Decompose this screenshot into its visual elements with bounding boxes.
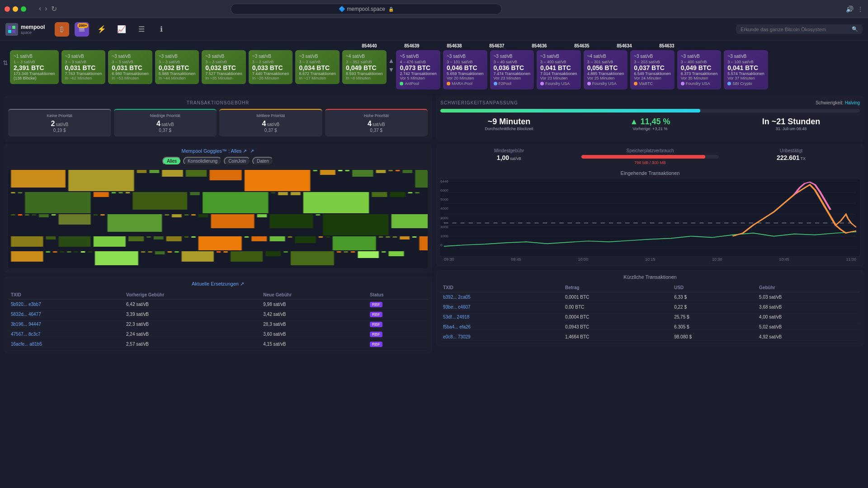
refresh-btn[interactable]: ↻: [51, 5, 57, 13]
future-block-4[interactable]: ~3 sat/vB 3 – 3 sat/vB 0,032 BTC 7.527 T…: [202, 50, 246, 84]
txid-cell[interactable]: 16acfe... a81b5: [8, 339, 123, 349]
mined-block-854636[interactable]: ~4 sat/vB 3 – 301 sat/vB 0,056 BTC 4.885…: [584, 50, 628, 89]
next-block-icon[interactable]: ▼: [388, 66, 395, 73]
halving-label: Halving: [845, 100, 860, 105]
svg-rect-2: [8, 30, 11, 33]
nav-lightning-icon[interactable]: ⚡: [94, 22, 109, 37]
future-block-5[interactable]: ~3 sat/vB 3 – 3 sat/vB 0,033 BTC 7.440 T…: [249, 50, 293, 84]
status-cell: RBF: [367, 310, 428, 319]
future-block-1[interactable]: ~3 sat/vB 3 – 3 sat/vB 0,031 BTC 7.763 T…: [61, 50, 106, 84]
mined-block-854633[interactable]: ~3 sat/vB 3 – 100 sat/vB 0,041 BTC 5.574…: [724, 50, 768, 89]
mined-block-854635[interactable]: ~3 sat/vB 3 – 203 sat/vB 0,037 BTC 6.549…: [630, 50, 675, 89]
lock-icon: 🔒: [388, 7, 394, 12]
block-num-854640[interactable]: 854640: [349, 43, 389, 48]
nav-list-icon[interactable]: ☰: [134, 22, 149, 37]
txid-cell[interactable]: 5832d... 46477: [8, 310, 123, 319]
table-row: 3b196... 94447 22,3 sat/vB 28,3 sat/vB R…: [8, 319, 428, 329]
block-num-854637[interactable]: 854637: [477, 43, 517, 48]
miner-dot: [447, 82, 450, 85]
block-num-854639[interactable]: 854639: [392, 43, 432, 48]
block-fee-range: 1 – 3 sat/vB: [14, 60, 55, 64]
back-btn[interactable]: ‹: [39, 5, 41, 13]
minimize-btn[interactable]: [13, 6, 18, 12]
block-num-854635[interactable]: 854635: [562, 43, 602, 48]
mined-block-854634[interactable]: ~3 sat/vB 3 – 400 sat/vB 0,049 BTC 6.373…: [677, 50, 722, 89]
amount-cell: 0,0943 BTC: [562, 322, 671, 332]
block-num-854636[interactable]: 854636: [519, 43, 559, 48]
diff-stats: ~9 Minuten Durchschnittliche Blockzeit ▲…: [440, 117, 860, 131]
table-row: e0c8... 73029 1,4664 BTC 98.080 $ 4,92 s…: [440, 332, 860, 342]
recent-panel: Kürzliche Transaktionen TXID Betrag USD …: [436, 270, 864, 347]
mined-block-854640[interactable]: ~5 sat/vB 4 – 476 sat/vB 0,073 BTC 2.742…: [396, 50, 440, 89]
nav-info-icon[interactable]: ℹ: [154, 22, 169, 37]
forward-btn[interactable]: ›: [45, 5, 47, 13]
block-num-854638[interactable]: 854638: [434, 43, 474, 48]
fee-low-priority[interactable]: Niedrige Priorität 4 sat/vB 0,37 $: [114, 109, 217, 136]
future-block-6[interactable]: ~3 sat/vB 3 – 3 sat/vB 0,034 BTC 8.672 T…: [295, 50, 340, 84]
audio-icon: 🔊: [846, 5, 854, 13]
sort-icon[interactable]: ⇅: [3, 59, 8, 66]
txid-cell[interactable]: 53df... 24918: [440, 312, 562, 322]
search-input[interactable]: [741, 27, 849, 32]
txid-cell[interactable]: 5b920... e3bb7: [8, 300, 123, 310]
txid-cell[interactable]: b392... 2ca05: [440, 292, 562, 302]
search-icon[interactable]: 🔍: [852, 26, 858, 32]
tab-data[interactable]: Daten: [252, 157, 274, 165]
mem-usage-stat: Speicherplatzverbrauch 796 MB / 300 MB: [581, 148, 719, 165]
url-bar[interactable]: 🔷 mempool.space 🔒: [231, 4, 502, 14]
fee-cell: 5,03 sat/vB: [756, 292, 860, 302]
col-amount: Betrag: [562, 283, 671, 292]
col-status: Status: [367, 291, 428, 300]
future-block-7[interactable]: ~4 sat/vB 3 – 352 sat/vB 0,049 BTC 8.593…: [342, 50, 387, 84]
mined-block-854637[interactable]: ~3 sat/vB 3 – 400 sat/vB 0,041 BTC 7.014…: [537, 50, 581, 89]
miner-dot: [681, 82, 684, 85]
block-num-854634[interactable]: 854634: [604, 43, 644, 48]
diff-bar-fill: [440, 109, 700, 113]
new-fee-cell: 28,3 sat/vB: [260, 319, 367, 329]
mined-block-854638[interactable]: ~3 sat/vB 3 – 40 sat/vB 0,036 BTC 7.474 …: [490, 50, 534, 89]
txid-cell[interactable]: 93be... c4607: [440, 302, 562, 312]
future-block-0[interactable]: ~1 sat/vB 1 – 3 sat/vB 2,391 BTC 173.348…: [10, 50, 59, 84]
miner-name: Foundry USA: [545, 81, 570, 86]
fee-med-priority[interactable]: Mittlere Priorität 4 sat/vB 0,37 $: [219, 109, 322, 136]
txid-cell[interactable]: f5ba4... efa26: [440, 322, 562, 332]
menu-dots[interactable]: ⋮: [857, 5, 863, 13]
goggles-panel: Mempool Goggles™ : Alles ↗ ↗ Alles Konso…: [4, 144, 432, 273]
tab-all[interactable]: Alles: [162, 157, 181, 165]
chart-title: Eingehende Transaktionen: [440, 170, 860, 176]
nav-badge: 200+: [77, 23, 88, 28]
rbf-badge: RBF: [370, 322, 382, 327]
fee-high-priority[interactable]: Hohe Priorität 4 sat/vB 0,37 $: [325, 109, 428, 136]
tab-coinjoin[interactable]: CoinJoin: [224, 157, 250, 165]
future-block-2[interactable]: ~3 sat/vB 3 – 3 sat/vB 0,031 BTC 6.980 T…: [108, 50, 152, 84]
stats-row: Mindestgebühr 1,00 sat/vB Speicherplatzv…: [440, 148, 860, 165]
fee-no-priority[interactable]: Keine Priorität 2 sat/vB 0,19 $: [8, 109, 111, 136]
future-block-3[interactable]: ~3 sat/vB 3 – 3 sat/vB 0,032 BTC 5.988 T…: [155, 50, 199, 84]
tab-consolidation[interactable]: Konsolidierung: [183, 157, 222, 165]
new-fee-cell: 4,15 sat/vB: [260, 339, 367, 349]
txid-cell[interactable]: 3b196... 94447: [8, 319, 123, 329]
table-row: f5ba4... efa26 0,0943 BTC 6.305 $ 5,02 s…: [440, 322, 860, 332]
external-link-icon[interactable]: ↗: [250, 148, 254, 154]
miner-name: SBI Crypto: [732, 81, 752, 86]
replacements-table: TXID Vorherige Gebühr Neue Gebühr Status…: [8, 291, 428, 349]
txid-cell[interactable]: 47567... 8c3c7: [8, 329, 123, 339]
mem-usage-value: 796 MB / 300 MB: [581, 160, 719, 165]
block-num-854633[interactable]: 854633: [647, 43, 687, 48]
txid-cell[interactable]: e0c8... 73029: [440, 332, 562, 342]
prev-block-icon[interactable]: ▲: [388, 57, 395, 64]
status-cell: RBF: [367, 319, 428, 329]
rbf-badge: RBF: [370, 302, 382, 307]
search-bar[interactable]: 🔍: [736, 24, 863, 34]
logo[interactable]: mempool space: [5, 23, 45, 36]
amount-cell: 1,4664 BTC: [562, 332, 671, 342]
close-btn[interactable]: [5, 6, 10, 12]
amount-cell: 0,00 BTC: [562, 302, 671, 312]
nav-chart-icon[interactable]: 📈: [114, 22, 129, 37]
mined-block-854639[interactable]: ~3 sat/vB 3 – 101 sat/vB 0,046 BTC 5.659…: [443, 50, 487, 89]
svg-rect-0: [8, 26, 11, 29]
miner-name: ViaBTC: [639, 81, 653, 86]
nav-mempool-icon[interactable]: 200+: [75, 22, 89, 37]
nav-btc-icon[interactable]: ₿: [55, 22, 69, 37]
maximize-btn[interactable]: [21, 6, 26, 12]
